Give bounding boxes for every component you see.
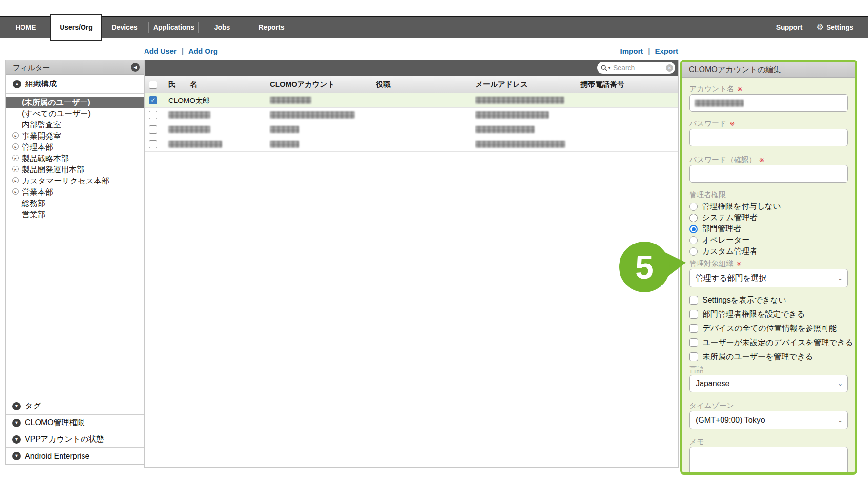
sidebar-item-org-8[interactable]: ▸営業本部 bbox=[6, 186, 144, 198]
sidebar-item-org-9[interactable]: 総務部 bbox=[6, 198, 144, 209]
add-user-link[interactable]: Add User bbox=[144, 47, 177, 55]
permission-option[interactable]: Settingsを表示できない bbox=[689, 294, 848, 306]
section-vpp-account-status[interactable]: ▼VPPアカウントの状態 bbox=[6, 431, 144, 447]
permission-option[interactable]: デバイスの全ての位置情報を参照可能 bbox=[689, 323, 848, 334]
add-org-link[interactable]: Add Org bbox=[188, 47, 218, 55]
chevron-down-icon: ▼ bbox=[12, 419, 21, 427]
password-confirm-input[interactable] bbox=[689, 165, 848, 183]
checkbox[interactable] bbox=[689, 338, 698, 347]
required-icon: ※ bbox=[737, 85, 743, 93]
table-body: ✓CLOMO太郎 bbox=[145, 93, 678, 152]
table-row[interactable]: ✓CLOMO太郎 bbox=[145, 93, 678, 108]
checkbox[interactable] bbox=[689, 352, 698, 361]
column-header-last-name[interactable]: 氏 bbox=[168, 76, 176, 93]
sidebar-item-org-6[interactable]: ▸製品開発運用本部 bbox=[6, 164, 144, 175]
table-row[interactable] bbox=[145, 137, 678, 152]
separator bbox=[809, 22, 809, 33]
import-link[interactable]: Import bbox=[620, 47, 643, 55]
checkbox[interactable] bbox=[689, 324, 698, 333]
checkbox-label: 部門管理者権限を設定できる bbox=[703, 309, 805, 320]
section-org-structure[interactable]: ▲ 組織構成 bbox=[6, 75, 144, 93]
nav-support-link[interactable]: Support bbox=[776, 23, 803, 31]
tab-devices[interactable]: Devices bbox=[100, 17, 149, 38]
row-checkbox[interactable] bbox=[149, 125, 157, 134]
nav-settings-link[interactable]: ⚙ Settings bbox=[816, 23, 853, 31]
section-tags[interactable]: ▼タグ bbox=[6, 398, 144, 414]
cell-name: CLOMO太郎 bbox=[168, 93, 210, 107]
sidebar-item-org-4[interactable]: ▸管理本部 bbox=[6, 142, 144, 153]
expand-icon[interactable]: ▸ bbox=[12, 166, 19, 172]
select-all-checkbox[interactable] bbox=[149, 81, 157, 89]
timezone-label: タイムゾーン bbox=[689, 401, 848, 410]
tab-jobs[interactable]: Jobs bbox=[200, 17, 244, 38]
password-input[interactable] bbox=[689, 129, 848, 146]
radio-button[interactable] bbox=[689, 247, 698, 256]
sidebar-item-org-1[interactable]: (すべてのユーザー) bbox=[6, 108, 144, 119]
radio-button[interactable] bbox=[689, 236, 698, 244]
checkbox-label: Settingsを表示できない bbox=[703, 295, 786, 305]
managed-org-select[interactable]: 管理する部門を選択 ⌄ bbox=[689, 269, 848, 287]
expand-icon[interactable]: ▸ bbox=[12, 143, 19, 150]
account-name-input[interactable] bbox=[689, 94, 848, 112]
memo-textarea[interactable] bbox=[689, 447, 848, 475]
sidebar-item-org-0[interactable]: (未所属のユーザー) bbox=[6, 97, 144, 108]
column-header-mobile[interactable]: 携帯電話番号 bbox=[580, 76, 624, 93]
radio-button[interactable] bbox=[689, 203, 698, 211]
column-header-account[interactable]: CLOMOアカウント bbox=[270, 76, 335, 93]
language-select[interactable]: Japanese ⌄ bbox=[689, 375, 848, 392]
admin-role-option[interactable]: オペレーター bbox=[689, 235, 848, 246]
sidebar-item-org-7[interactable]: ▸カスタマーサクセス本部 bbox=[6, 175, 144, 186]
panel-body: アカウント名※ パスワード※ パスワード（確認）※ 管理者権限 管理権限を付与し… bbox=[682, 78, 855, 475]
sidebar-item-org-10[interactable]: 営業部 bbox=[6, 209, 144, 220]
expand-icon[interactable]: ▸ bbox=[12, 188, 19, 195]
chevron-down-icon: ⌄ bbox=[838, 275, 843, 282]
admin-role-option[interactable]: 管理権限を付与しない bbox=[689, 201, 848, 212]
sidebar-item-label: 製品開発運用本部 bbox=[22, 165, 84, 174]
admin-role-option[interactable]: カスタム管理者 bbox=[689, 246, 848, 257]
table-row[interactable] bbox=[145, 108, 678, 122]
expand-icon[interactable]: ▸ bbox=[12, 155, 19, 161]
sidebar-item-org-5[interactable]: ▸製品戦略本部 bbox=[6, 153, 144, 164]
permission-option[interactable]: ユーザーが未設定のデバイスを管理できる bbox=[689, 337, 848, 348]
sidebar-item-label: (すべてのユーザー) bbox=[22, 109, 91, 118]
radio-label: 管理権限を付与しない bbox=[702, 202, 781, 212]
row-checkbox[interactable] bbox=[149, 140, 157, 148]
sidebar-item-org-3[interactable]: ▸事業開発室 bbox=[6, 130, 144, 142]
close-icon[interactable]: ✕ bbox=[666, 64, 673, 72]
radio-button[interactable] bbox=[689, 214, 698, 222]
checkbox[interactable] bbox=[689, 310, 698, 319]
admin-role-option[interactable]: 部門管理者 bbox=[689, 224, 848, 235]
tab-applications[interactable]: Applications bbox=[149, 17, 198, 38]
sidebar-collapse-button[interactable]: ◀ bbox=[131, 63, 140, 72]
table-row[interactable] bbox=[145, 122, 678, 137]
admin-role-option[interactable]: システム管理者 bbox=[689, 212, 848, 224]
row-checkbox[interactable]: ✓ bbox=[149, 96, 157, 104]
tab-reports[interactable]: Reports bbox=[247, 17, 296, 38]
column-header-email[interactable]: メールアドレス bbox=[475, 76, 528, 93]
search-scope-caret-icon[interactable]: ▾ bbox=[608, 66, 610, 70]
section-clomo-admin-rights[interactable]: ▼CLOMO管理権限 bbox=[6, 414, 144, 431]
permission-option[interactable]: 部門管理者権限を設定できる bbox=[689, 308, 848, 320]
search-input[interactable]: ▾ Search ✕ bbox=[597, 62, 675, 74]
timezone-select[interactable]: (GMT+09:00) Tokyo ⌄ bbox=[689, 411, 848, 429]
tab-users-org[interactable]: Users/Org bbox=[50, 14, 102, 41]
section-label: Android Enterprise bbox=[25, 452, 90, 461]
section-android-enterprise[interactable]: ▼Android Enterprise bbox=[6, 447, 144, 464]
permission-option[interactable]: 未所属のユーザーを管理できる bbox=[689, 351, 848, 363]
expand-icon[interactable]: ▸ bbox=[12, 132, 19, 139]
redacted-cell-email bbox=[475, 111, 549, 119]
row-checkbox[interactable] bbox=[149, 111, 157, 119]
tab-home[interactable]: HOME bbox=[0, 17, 51, 38]
radio-label: カスタム管理者 bbox=[702, 246, 758, 257]
column-header-first-name[interactable]: 名 bbox=[190, 76, 197, 93]
expand-icon[interactable]: ▸ bbox=[12, 177, 19, 183]
chevron-down-icon: ⌄ bbox=[838, 380, 843, 387]
radio-button[interactable] bbox=[689, 225, 698, 233]
sidebar-item-org-2[interactable]: 内部監査室 bbox=[6, 119, 144, 130]
checkbox[interactable] bbox=[689, 296, 698, 305]
column-header-role[interactable]: 役職 bbox=[376, 76, 391, 93]
sidebar-item-label: 総務部 bbox=[22, 199, 45, 207]
export-link[interactable]: Export bbox=[655, 47, 678, 55]
section-label: CLOMO管理権限 bbox=[25, 418, 85, 428]
redacted-cell-email bbox=[475, 97, 564, 104]
